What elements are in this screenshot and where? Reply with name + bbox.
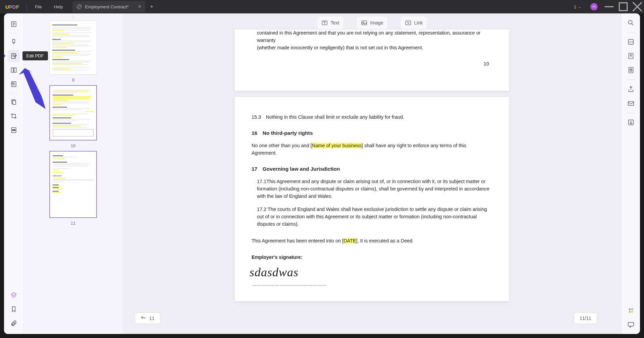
page-indicator[interactable]: 1 ⌄ <box>571 4 584 9</box>
minimize-button[interactable] <box>602 0 616 13</box>
user-avatar[interactable]: H <box>590 3 598 10</box>
divider <box>26 3 27 10</box>
close-window-button[interactable] <box>631 0 644 13</box>
app-logo: UPDF <box>0 4 24 10</box>
maximize-button[interactable] <box>616 0 630 13</box>
tab-title: Employment Contract* <box>85 4 129 9</box>
close-tab-icon[interactable]: × <box>138 4 141 10</box>
chevron-down-icon: ⌄ <box>578 5 581 9</box>
svg-rect-1 <box>619 3 627 10</box>
add-tab-button[interactable]: + <box>150 3 154 10</box>
menu-help[interactable]: Help <box>48 4 69 9</box>
menu-file[interactable]: File <box>29 4 48 9</box>
tab-icon <box>76 4 82 9</box>
document-tab[interactable]: Employment Contract* × <box>72 1 145 12</box>
